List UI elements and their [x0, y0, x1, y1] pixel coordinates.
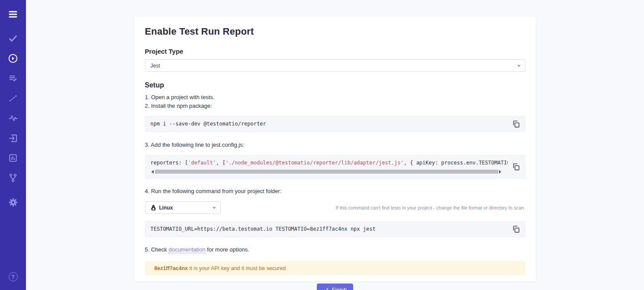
bar-chart-icon[interactable] [6, 151, 20, 165]
os-select-value: Linux [159, 205, 173, 211]
scrollbar-thumb[interactable] [155, 170, 498, 174]
help-glyph: ? [9, 272, 18, 281]
help-icon[interactable]: ? [6, 269, 20, 284]
setup-heading: Setup [145, 81, 525, 89]
config-code: reporters: ['default', ['./node_modules/… [145, 155, 508, 178]
scroll-left-arrow[interactable] [151, 170, 155, 174]
step-5: 5. Check documentation for more options. [145, 245, 525, 254]
chevron-down-icon [517, 65, 521, 67]
code-string: './node_modules/@testomatio/reporter/lib… [225, 160, 404, 166]
install-command-block: npm i --save-dev @testomatio/reporter [145, 116, 525, 132]
steps-icon[interactable] [6, 91, 20, 106]
project-type-value: Jest [151, 63, 160, 69]
list-check-icon[interactable] [6, 71, 20, 86]
scroll-right-arrow[interactable] [498, 170, 502, 174]
project-type-label: Project Type [145, 48, 525, 55]
page-title: Enable Test Run Report [145, 26, 525, 37]
finish-row: Finish [145, 284, 525, 290]
install-command-code: npm i --save-dev @testomatio/reporter [145, 116, 508, 132]
copy-button[interactable] [508, 116, 525, 132]
check-icon[interactable] [6, 31, 20, 46]
os-select[interactable]: Linux [145, 201, 221, 214]
horizontal-scrollbar[interactable] [151, 169, 502, 174]
api-key-value: 8ez1ff7ac4nx [155, 265, 188, 271]
pulse-icon[interactable] [6, 111, 20, 126]
import-icon[interactable] [6, 131, 20, 145]
finish-button-label: Finish [332, 287, 347, 290]
os-row: Linux If this command can't find tests i… [145, 201, 525, 214]
play-circle-icon[interactable] [6, 51, 20, 66]
step-1: 1. Open a project with tests. [145, 93, 525, 102]
step-2: 2. Install the npm package: [145, 102, 525, 110]
run-command-code: TESTOMATIO_URL=https://beta.testomat.io … [145, 222, 508, 237]
setup-card: Enable Test Run Report Project Type Jest… [135, 16, 536, 281]
sidebar: ? [0, 0, 26, 290]
step-3: 3. Add the following line to jest.config… [145, 141, 525, 149]
chevron-down-icon [213, 207, 216, 209]
copy-button[interactable] [508, 155, 525, 178]
linux-penguin-icon [151, 205, 156, 211]
gear-icon[interactable] [6, 195, 20, 209]
git-branch-icon[interactable] [6, 171, 20, 185]
documentation-link[interactable]: documentation [168, 246, 205, 253]
finish-button[interactable]: Finish [317, 284, 354, 290]
config-code-block: reporters: ['default', ['./node_modules/… [145, 155, 525, 179]
step-4: 4. Run the following command from your p… [145, 187, 525, 196]
check-icon [323, 287, 329, 290]
api-key-warning: 8ez1ff7ac4nx it is your API key and it m… [145, 261, 525, 275]
copy-button[interactable] [508, 222, 525, 237]
menu-icon[interactable] [6, 7, 20, 22]
main-content: Enable Test Run Report Project Type Jest… [26, 0, 644, 290]
run-command-block: TESTOMATIO_URL=https://beta.testomat.io … [145, 221, 525, 237]
app-window: ? Enable Test Run Report Project Type Je… [0, 0, 644, 290]
code-string: 'default' [188, 160, 216, 166]
scan-hint-text: If this command can't find tests in your… [335, 205, 525, 210]
project-type-select[interactable]: Jest [145, 59, 525, 72]
